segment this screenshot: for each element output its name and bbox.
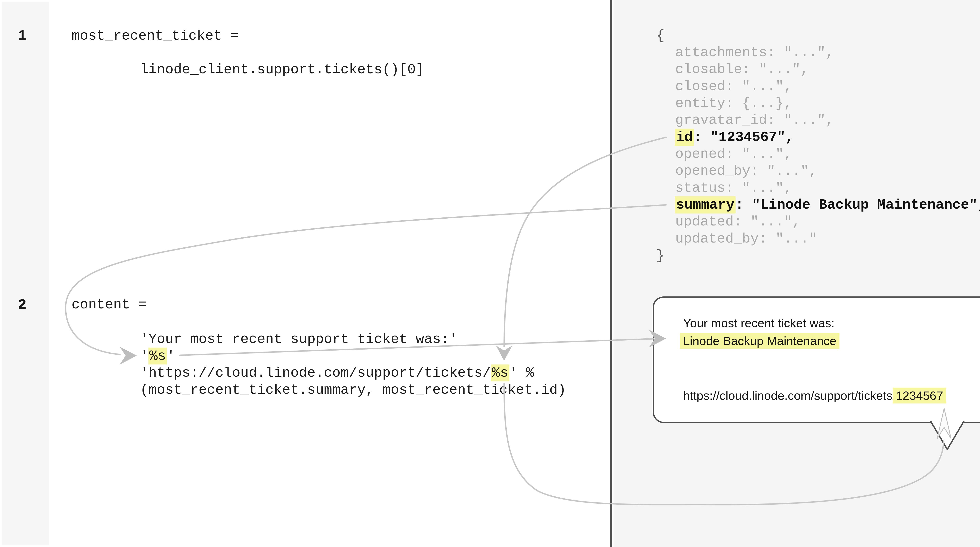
line-number-2: 2 [2, 297, 43, 314]
json-field-updated-by: updated_by: "..." [675, 230, 817, 247]
quote: ' [167, 348, 175, 364]
url-string: 'https://cloud.linode.com/support/ticket… [140, 365, 491, 381]
json-field-summary: summary: "Linode Backup Maintenance", [675, 196, 980, 213]
bubble-intro-text: Your most recent ticket was: [683, 315, 835, 332]
json-field-entity: entity: {...}, [675, 95, 792, 112]
highlight-placeholder-summary: %s [148, 348, 167, 364]
bubble-summary-line: Linode Backup Maintenance [683, 333, 836, 349]
json-field-opened: opened: "...", [675, 146, 792, 163]
rendered-url-prefix: https://cloud.linode.com/support/tickets… [683, 389, 896, 402]
json-field-id-value: : "1234567", [694, 129, 794, 145]
code-string-2: '%s' [140, 348, 175, 365]
code-string-3: 'https://cloud.linode.com/support/ticket… [140, 364, 534, 381]
highlight-rendered-summary: Linode Backup Maintenance [680, 333, 840, 349]
line-number-1: 1 [2, 27, 43, 45]
highlight-placeholder-id: %s [491, 364, 509, 381]
right-arrowhead-icon [119, 347, 137, 365]
quote: ' [140, 348, 149, 364]
down-arrowhead-icon [496, 346, 512, 361]
json-close-brace: } [656, 247, 665, 264]
json-open-brace: { [656, 27, 665, 44]
json-field-closed: closed: "...", [675, 78, 792, 95]
format-operator: ' % [509, 365, 534, 381]
code-args: (most_recent_ticket.summary, most_recent… [140, 381, 566, 399]
json-field-id: id: "1234567", [675, 129, 794, 146]
vertical-divider [610, 0, 612, 547]
json-field-summary-value: : "Linode Backup Maintenance", [735, 197, 980, 213]
output-panel-background [614, 0, 980, 547]
json-field-closable: closable: "...", [675, 61, 809, 78]
code-string-1: 'Your most recent support ticket was:' [140, 330, 457, 348]
highlight-id-key: id [675, 129, 694, 146]
json-field-opened-by: opened_by: "...", [675, 163, 817, 179]
highlight-summary-key: summary [675, 196, 736, 214]
json-field-status: status: "...", [675, 180, 792, 196]
json-field-updated: updated: "...", [675, 213, 800, 230]
json-field-attachments: attachments: "...", [675, 44, 834, 61]
code-line1-assignment: most_recent_ticket = [72, 27, 239, 45]
json-field-gravatar-id: gravatar_id: "...", [675, 112, 834, 129]
code-line2-assignment: content = [72, 296, 146, 313]
bubble-url-line: https://cloud.linode.com/support/tickets… [683, 387, 943, 404]
highlight-rendered-id: 1234567 [893, 388, 946, 403]
code-line1-value: linode_client.support.tickets()[0] [140, 61, 424, 78]
line-number-gutter [2, 2, 49, 545]
